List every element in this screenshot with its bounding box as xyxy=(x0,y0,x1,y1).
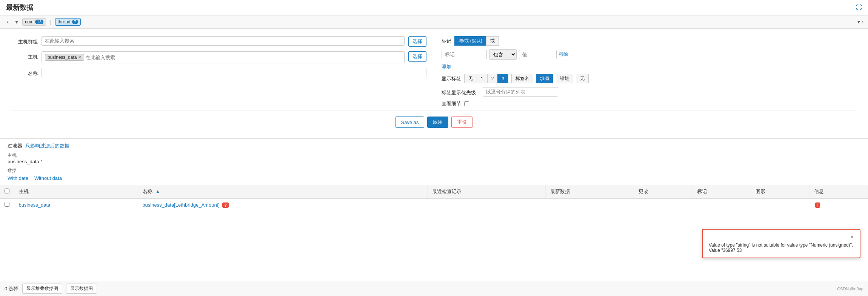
priority-label: 标签显示优先级 xyxy=(442,87,476,96)
next-arrow[interactable]: › xyxy=(862,19,863,25)
col-latest-data: 最新数据 xyxy=(545,185,634,198)
fill-button[interactable]: 填满 xyxy=(536,74,553,83)
reset-button[interactable]: 重设 xyxy=(451,117,472,128)
data-section-label: 数据 xyxy=(8,167,860,174)
col-last-check-label: 最近检查记录 xyxy=(432,189,462,194)
remove-tag-button[interactable]: 移除 xyxy=(559,51,568,58)
selection-count: 0 选择 xyxy=(5,285,18,292)
row-name-value[interactable]: business_data[Lethbridge_Amount] xyxy=(142,202,220,208)
display-label-row: 显示标签 无 1 2 3 标签名 填满 缩短 无 xyxy=(442,74,857,83)
host-tag-remove[interactable]: ✕ xyxy=(78,55,82,60)
tag-filter-input[interactable] xyxy=(442,50,487,59)
separator: | xyxy=(50,19,51,25)
com-label: com xyxy=(25,19,34,25)
host-search-input[interactable] xyxy=(86,55,401,60)
table-header-row: 主机 名称 ▲ 最近检查记录 最新数据 更改 xyxy=(0,185,868,198)
data-filter-section: 数据 With data Without data xyxy=(8,167,860,181)
thread-label: thread xyxy=(58,19,71,25)
add-tag-link[interactable]: 添加 xyxy=(442,64,451,69)
bottom-bar: 0 选择 显示堆叠数据图 显示数据图 CSDN @n0up xyxy=(0,281,868,296)
name-row: 名称 xyxy=(11,68,426,77)
only-filtered-link[interactable]: 只影响过滤后的数据 xyxy=(25,143,69,149)
col-graph-label: 图形 xyxy=(756,189,765,194)
display-none-button[interactable]: 无 xyxy=(464,74,477,83)
row-change-cell xyxy=(634,198,692,211)
host-select-button[interactable]: 选择 xyxy=(408,51,426,62)
table-header: 主机 名称 ▲ 最近检查记录 最新数据 更改 xyxy=(0,185,868,198)
sort-icon[interactable]: ▲ xyxy=(155,189,160,194)
select-all-checkbox[interactable] xyxy=(5,189,9,193)
row-host-value[interactable]: business_data xyxy=(19,202,51,208)
host-group-input[interactable] xyxy=(42,36,405,46)
host-group-label: 主机群组 xyxy=(11,36,38,45)
display-label-text: 显示标签 xyxy=(442,75,461,82)
label-row: 标记 与/或 (默认) 或 xyxy=(442,36,857,46)
error-close-button[interactable]: × xyxy=(851,234,854,240)
show-data-button[interactable]: 显示数据图 xyxy=(66,284,97,294)
col-name: 名称 ▲ xyxy=(138,185,427,198)
without-data-link[interactable]: Without data xyxy=(34,175,62,181)
display-3-button[interactable]: 3 xyxy=(497,74,508,83)
host-tag-container: business_data ✕ xyxy=(42,51,405,63)
name-info-badge: ? xyxy=(222,202,228,208)
tag-value-input[interactable] xyxy=(519,50,557,59)
add-tag-row: 添加 xyxy=(442,63,857,70)
host-tag-item: business_data ✕ xyxy=(45,54,84,61)
col-latest-data-label: 最新数据 xyxy=(550,189,570,194)
host-group-control xyxy=(42,36,405,46)
detail-row: 查看细节 xyxy=(442,100,857,107)
filter-label: 过滤器 xyxy=(8,143,22,149)
filter-icon: ▼ xyxy=(14,19,19,25)
host-row: 主机 business_data ✕ 选择 xyxy=(11,51,426,63)
priority-row: 标签显示优先级 xyxy=(442,87,857,97)
row-checkbox[interactable] xyxy=(5,202,9,207)
or-button[interactable]: 或 xyxy=(486,36,499,46)
and-or-group: 与/或 (默认) 或 xyxy=(454,36,499,46)
filter-right: 标记 与/或 (默认) 或 包含 排除 匹配 不匹配 xyxy=(442,36,857,107)
credit: CSDN @n0up xyxy=(837,287,863,291)
host-group-row: 主机群组 选择 xyxy=(11,36,426,47)
row-name-cell: business_data[Lethbridge_Amount] ? xyxy=(138,198,427,211)
show-stacked-button[interactable]: 显示堆叠数据图 xyxy=(22,284,62,294)
action-buttons: Save as 应用 重设 xyxy=(11,110,857,131)
col-info: 信息 xyxy=(809,185,868,198)
toolbar-tag-thread[interactable]: thread 7 xyxy=(55,18,81,26)
expand-icon[interactable]: ⛶ xyxy=(856,4,862,11)
priority-input[interactable] xyxy=(483,87,558,97)
host-filter-section: 主机 business_data 1 xyxy=(8,152,860,164)
row-host-cell: business_data xyxy=(14,198,138,211)
name-input[interactable] xyxy=(42,68,426,77)
and-or-button[interactable]: 与/或 (默认) xyxy=(454,36,486,46)
row-checkbox-cell xyxy=(0,198,14,211)
tag-name-button[interactable]: 标签名 xyxy=(511,74,533,83)
filter-form: 主机群组 选择 主机 business_data ✕ xyxy=(0,29,868,139)
name-control xyxy=(42,68,426,77)
col-last-check: 最近检查记录 xyxy=(427,185,545,198)
filter-form-inner: 主机群组 选择 主机 business_data ✕ xyxy=(11,36,857,107)
filter-info-title: 过滤器 只影响过滤后的数据 xyxy=(8,143,860,149)
none2-button[interactable]: 无 xyxy=(576,74,589,83)
detail-checkbox[interactable] xyxy=(464,101,469,106)
row-graph-cell xyxy=(751,198,809,211)
apply-button[interactable]: 应用 xyxy=(427,117,448,128)
short-button[interactable]: 缩短 xyxy=(556,74,573,83)
host-section-value: business_data 1 xyxy=(8,159,860,164)
row-tags-cell xyxy=(692,198,751,211)
save-as-button[interactable]: Save as xyxy=(396,117,425,128)
toolbar-tag-com[interactable]: com 13 xyxy=(22,18,46,26)
table-row: business_data business_data[Lethbridge_A… xyxy=(0,198,868,211)
label-section-label: 标记 xyxy=(442,38,451,44)
col-change-label: 更改 xyxy=(639,189,648,194)
with-data-link[interactable]: With data xyxy=(8,175,28,181)
tag-condition-select[interactable]: 包含 排除 匹配 不匹配 xyxy=(489,49,517,60)
back-button[interactable]: ‹ xyxy=(5,18,11,26)
display-1-button[interactable]: 1 xyxy=(477,74,487,83)
toolbar: ‹ ▼ com 13 | thread 7 ▾ › xyxy=(0,15,868,29)
dropdown-arrow[interactable]: ▾ xyxy=(857,19,860,25)
row-latest-data-cell xyxy=(545,198,634,211)
display-2-button[interactable]: 2 xyxy=(487,74,498,83)
host-group-select-button[interactable]: 选择 xyxy=(408,36,426,47)
data-filter-row: With data Without data xyxy=(8,175,860,181)
data-table: 主机 名称 ▲ 最近检查记录 最新数据 更改 xyxy=(0,185,868,211)
col-host-label: 主机 xyxy=(19,189,29,194)
